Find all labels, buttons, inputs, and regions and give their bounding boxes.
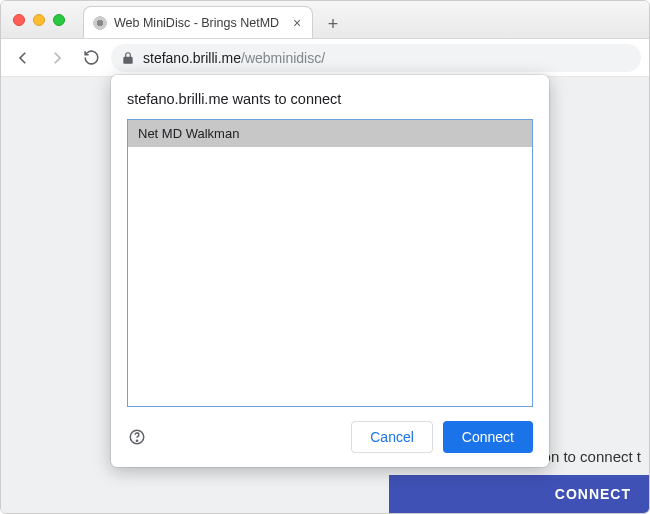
device-item[interactable]: Net MD Walkman [128, 120, 532, 147]
new-tab-button[interactable]: + [319, 10, 347, 38]
connect-label: Connect [462, 429, 514, 445]
help-icon[interactable] [127, 427, 147, 447]
forward-button[interactable] [43, 44, 71, 72]
connect-button[interactable]: Connect [443, 421, 533, 453]
page-connect-label: CONNECT [555, 486, 631, 502]
cancel-button[interactable]: Cancel [351, 421, 433, 453]
url-path: /webminidisc/ [241, 50, 325, 66]
tab-title: Web MiniDisc - Brings NetMD [114, 16, 284, 30]
traffic-lights [1, 14, 65, 26]
tab-strip: Web MiniDisc - Brings NetMD × + [83, 1, 347, 38]
favicon-icon [92, 15, 108, 31]
address-bar[interactable]: stefano.brilli.me/webminidisc/ [111, 44, 641, 72]
url-text: stefano.brilli.me/webminidisc/ [143, 50, 325, 66]
maximize-window-button[interactable] [53, 14, 65, 26]
close-window-button[interactable] [13, 14, 25, 26]
svg-point-1 [136, 440, 137, 441]
cancel-label: Cancel [370, 429, 414, 445]
usb-device-dialog: stefano.brilli.me wants to connect Net M… [111, 75, 549, 467]
page-hint-text: on to connect t [543, 448, 641, 465]
device-name: Net MD Walkman [138, 126, 239, 141]
lock-icon [121, 51, 135, 65]
url-domain: stefano.brilli.me [143, 50, 241, 66]
dialog-footer: Cancel Connect [127, 421, 533, 453]
reload-button[interactable] [77, 44, 105, 72]
window-titlebar: Web MiniDisc - Brings NetMD × + [1, 1, 649, 39]
dialog-title: stefano.brilli.me wants to connect [127, 91, 533, 107]
device-list[interactable]: Net MD Walkman [127, 119, 533, 407]
browser-tab[interactable]: Web MiniDisc - Brings NetMD × [83, 6, 313, 38]
page-connect-button[interactable]: CONNECT [389, 475, 649, 513]
browser-toolbar: stefano.brilli.me/webminidisc/ [1, 39, 649, 77]
minimize-window-button[interactable] [33, 14, 45, 26]
tab-close-icon[interactable]: × [290, 16, 304, 30]
back-button[interactable] [9, 44, 37, 72]
